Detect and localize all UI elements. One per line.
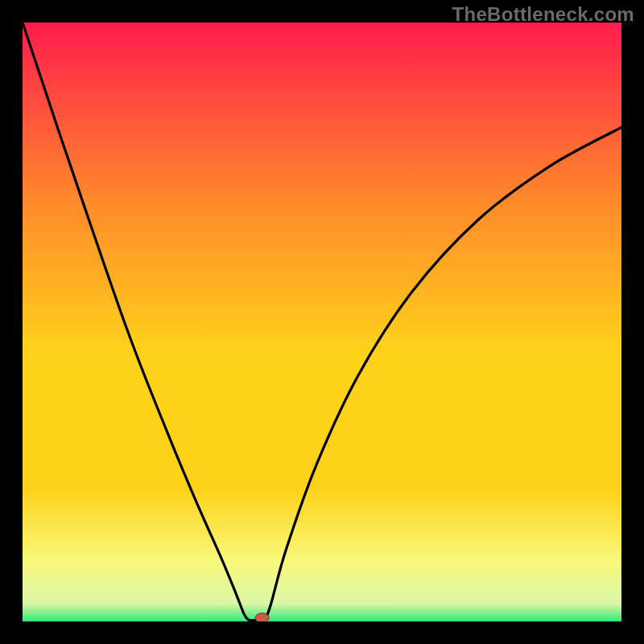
gradient-background — [23, 23, 621, 621]
chart-svg — [23, 23, 621, 621]
watermark-text: TheBottleneck.com — [452, 3, 634, 26]
frame: TheBottleneck.com — [0, 0, 644, 644]
minimum-marker — [255, 613, 269, 621]
plot-area — [23, 23, 621, 621]
